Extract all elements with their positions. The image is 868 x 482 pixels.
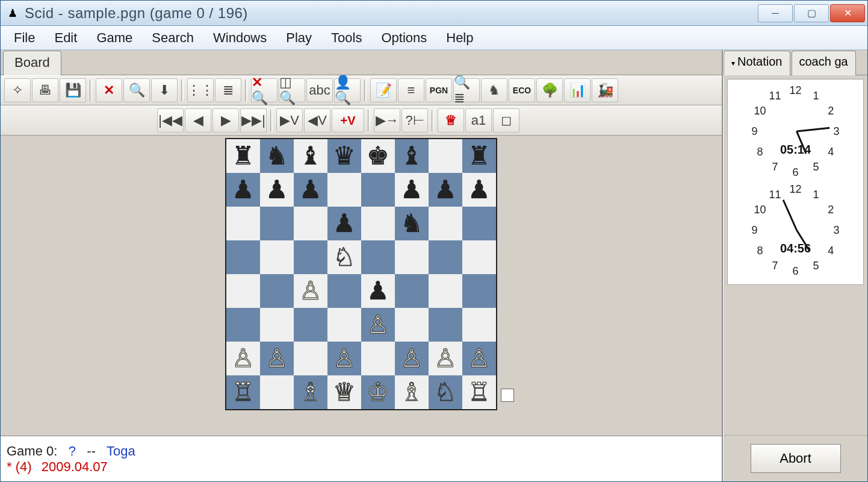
square-c5[interactable]: [294, 240, 327, 274]
square-c2[interactable]: [294, 342, 327, 375]
square-c6[interactable]: [294, 207, 327, 240]
square-h4[interactable]: [462, 274, 496, 308]
player-search-button[interactable]: 👤🔍: [334, 78, 361, 102]
menu-tools[interactable]: Tools: [321, 28, 371, 48]
square-h3[interactable]: [462, 308, 496, 342]
square-b3[interactable]: [260, 308, 294, 342]
piece-white-p[interactable]: ♙: [468, 346, 491, 371]
piece-white-p[interactable]: ♙: [434, 346, 457, 371]
tab-board[interactable]: Board: [3, 51, 61, 75]
square-c7[interactable]: ♟: [294, 173, 327, 207]
variation-add-button[interactable]: +V: [332, 108, 364, 133]
piece-white-b[interactable]: ♗: [299, 380, 322, 405]
menu-game[interactable]: Game: [87, 28, 142, 48]
square-h5[interactable]: [462, 240, 496, 274]
square-d2[interactable]: ♙: [327, 342, 361, 375]
variation-exit-button[interactable]: ◀V: [304, 108, 330, 133]
search-game-button[interactable]: 🔍: [123, 78, 150, 102]
piece-black-k[interactable]: ♚: [367, 143, 389, 169]
square-g2[interactable]: ♙: [429, 342, 462, 375]
engine-button[interactable]: 🚂: [592, 78, 618, 102]
eco-browser-button[interactable]: ECO: [509, 78, 535, 102]
square-e3[interactable]: ♙: [361, 308, 395, 342]
tournament-finder-button[interactable]: 🔍≣: [453, 78, 480, 102]
square-c1[interactable]: ♗: [294, 375, 327, 409]
square-f8[interactable]: ♝: [395, 139, 429, 173]
piece-black-p[interactable]: ♟: [299, 177, 322, 202]
square-b4[interactable]: [260, 274, 294, 308]
square-g7[interactable]: ♟: [429, 173, 462, 207]
piece-white-n[interactable]: ♘: [434, 380, 457, 405]
piece-black-b[interactable]: ♝: [400, 143, 423, 169]
square-b1[interactable]: [260, 375, 294, 409]
piece-white-p[interactable]: ♙: [232, 346, 255, 371]
square-g1[interactable]: ♘: [429, 375, 462, 409]
nav-start-button[interactable]: |◀◀: [157, 108, 184, 133]
piece-black-p[interactable]: ♟: [232, 177, 255, 202]
square-e6[interactable]: [361, 207, 395, 240]
square-h8[interactable]: ♜: [462, 139, 496, 173]
square-d8[interactable]: ♛: [327, 139, 361, 173]
square-f4[interactable]: [395, 274, 429, 308]
setup-board-button[interactable]: ⋮⋮: [187, 78, 214, 102]
board-search-button[interactable]: ◫🔍: [279, 78, 305, 102]
print-button[interactable]: 🖶: [32, 78, 58, 102]
square-f6[interactable]: ♞: [395, 207, 429, 240]
piece-black-n[interactable]: ♞: [400, 211, 423, 236]
square-e2[interactable]: [361, 342, 395, 375]
material-toggle-button[interactable]: ◻: [493, 108, 519, 133]
close-button[interactable]: ✕: [830, 4, 865, 22]
maximize-button[interactable]: ▢: [794, 4, 829, 22]
square-a5[interactable]: [226, 240, 260, 274]
square-h2[interactable]: ♙: [462, 342, 496, 375]
piece-white-p[interactable]: ♙: [333, 346, 356, 371]
piece-white-q[interactable]: ♕: [333, 380, 356, 405]
square-c4[interactable]: ♙: [294, 274, 327, 308]
square-b6[interactable]: [260, 207, 294, 240]
piece-white-r[interactable]: ♖: [232, 380, 255, 405]
tree-window-button[interactable]: 🌳: [536, 78, 563, 102]
autoplay-button[interactable]: ▶→: [374, 108, 400, 133]
piece-black-r[interactable]: ♜: [468, 143, 491, 169]
menu-file[interactable]: File: [4, 28, 45, 48]
square-a7[interactable]: ♟: [226, 173, 260, 207]
square-a3[interactable]: [226, 308, 260, 342]
piece-black-r[interactable]: ♜: [232, 143, 255, 169]
delete-button[interactable]: ✕: [96, 78, 122, 102]
square-e5[interactable]: [361, 240, 395, 274]
square-d3[interactable]: [327, 308, 361, 342]
square-g8[interactable]: [429, 139, 462, 173]
menu-play[interactable]: Play: [276, 28, 321, 48]
gamelist-window-button[interactable]: ≡: [398, 78, 424, 102]
square-g5[interactable]: [429, 240, 462, 274]
square-d1[interactable]: ♕: [327, 375, 361, 409]
menu-search[interactable]: Search: [142, 28, 203, 48]
stats-window-button[interactable]: 📊: [564, 78, 591, 102]
piece-white-p[interactable]: ♙: [400, 346, 423, 371]
minimize-button[interactable]: ─: [758, 4, 793, 22]
crosstable-button[interactable]: ♞: [481, 78, 507, 102]
menu-options[interactable]: Options: [371, 28, 436, 48]
pgn-window-button[interactable]: PGN: [426, 78, 452, 102]
help-analysis-button[interactable]: ?⊢: [401, 108, 428, 133]
square-a6[interactable]: [226, 207, 260, 240]
comment-editor-button[interactable]: 📝: [370, 78, 397, 102]
piece-black-p[interactable]: ♟: [434, 177, 457, 202]
menu-help[interactable]: Help: [436, 28, 483, 48]
header-search-button[interactable]: abc: [306, 78, 333, 102]
status-white-player[interactable]: ?: [69, 443, 76, 459]
square-b8[interactable]: ♞: [260, 139, 294, 173]
piece-black-p[interactable]: ♟: [333, 211, 356, 236]
piece-black-b[interactable]: ♝: [299, 143, 322, 169]
square-g4[interactable]: [429, 274, 462, 308]
square-a2[interactable]: ♙: [226, 342, 260, 375]
square-b7[interactable]: ♟: [260, 173, 294, 207]
square-f2[interactable]: ♙: [395, 342, 429, 375]
square-f1[interactable]: ♗: [395, 375, 429, 409]
piece-white-k[interactable]: ♔: [367, 380, 389, 405]
square-b5[interactable]: [260, 240, 294, 274]
piece-black-p[interactable]: ♟: [265, 177, 288, 202]
piece-black-p[interactable]: ♟: [367, 278, 389, 304]
square-f3[interactable]: [395, 308, 429, 342]
nav-end-button[interactable]: ▶▶|: [240, 108, 267, 133]
